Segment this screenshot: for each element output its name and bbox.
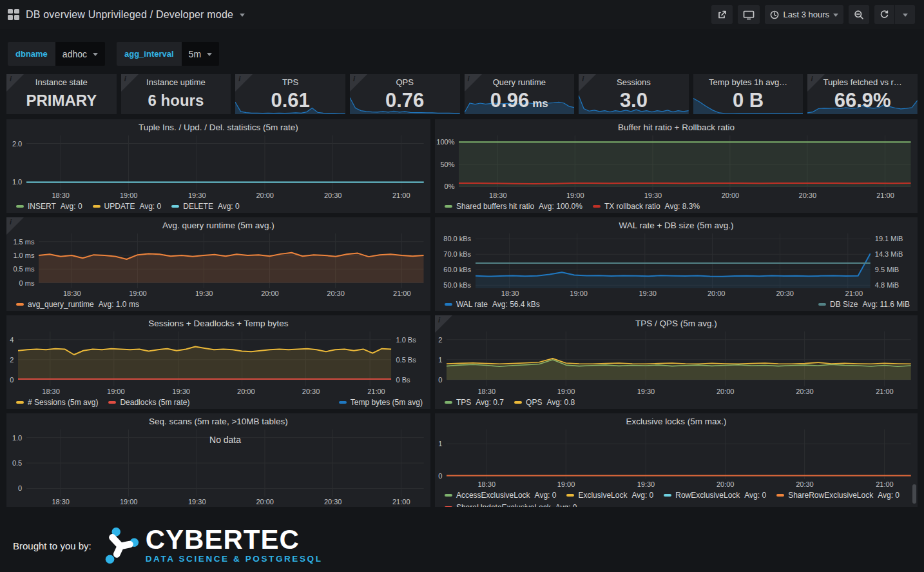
series-avg: Avg: 0.8 xyxy=(546,398,575,407)
series-name[interactable]: ExclusiveLock xyxy=(578,491,627,500)
chart-body: 4201.0 Bs0.5 Bs0 Bs xyxy=(6,331,430,386)
plot-svg xyxy=(447,331,911,386)
panel-title[interactable]: WAL rate + DB size (5m avg.) xyxy=(435,217,918,233)
plot-area[interactable] xyxy=(476,233,871,288)
series-name[interactable]: avg_query_runtime xyxy=(28,300,94,309)
panel-title[interactable]: Buffer hit ratio + Rollback ratio xyxy=(435,119,918,135)
plot-area[interactable] xyxy=(26,135,424,190)
series-name[interactable]: UPDATE xyxy=(104,202,135,211)
panel-info-icon[interactable]: i xyxy=(579,74,596,92)
x-axis-label: 19:00 xyxy=(120,498,138,506)
variable-agg-interval-select[interactable]: 5m xyxy=(182,42,219,66)
panel-info-icon[interactable]: i xyxy=(235,74,253,92)
series-name[interactable]: Deadlocks (5m rate) xyxy=(120,398,189,407)
plot-area[interactable] xyxy=(447,331,911,386)
legend-item: Temp bytes (5m avg) xyxy=(339,398,423,407)
x-axis-label: 19:00 xyxy=(107,388,125,395)
variable-dbname: dbname adhoc xyxy=(8,42,105,66)
panel-info-icon[interactable]: i xyxy=(435,315,452,333)
plot-area[interactable] xyxy=(447,429,911,479)
panel-info-icon[interactable]: i xyxy=(350,74,367,92)
panel-info-icon[interactable]: i xyxy=(465,74,482,92)
x-axis-label: 20:30 xyxy=(327,290,345,297)
legend-scrollbar[interactable] xyxy=(912,484,916,504)
series-name[interactable]: AccessExclusiveLock xyxy=(456,491,530,500)
panel-title[interactable]: Exclusive locks (5m max.) xyxy=(435,413,918,429)
y-axis-label: 1.5 ms xyxy=(13,238,34,246)
x-axis-label: 20:00 xyxy=(256,498,274,506)
x-axis-label: 19:00 xyxy=(557,480,575,488)
series-swatch xyxy=(818,303,826,306)
y-axis-label: 14.3 MiB xyxy=(875,250,903,258)
x-axis-label: 21:00 xyxy=(393,290,411,297)
series-name[interactable]: DELETE xyxy=(183,202,213,211)
series-name[interactable]: ShareUpdateExclusiveLock xyxy=(456,503,551,507)
panel-title[interactable]: Sessions + Deadlocks + Temp bytes xyxy=(6,315,430,331)
tv-monitor-icon xyxy=(743,10,755,20)
plot-area[interactable] xyxy=(18,331,391,386)
y-axis-label: 1 xyxy=(438,440,442,448)
share-button[interactable] xyxy=(711,5,733,24)
dashboard-title[interactable]: DB overview Unprivileged / Developer mod… xyxy=(26,9,233,21)
x-axis-label: 21:00 xyxy=(876,388,894,395)
series-name[interactable]: RowExclusiveLock xyxy=(675,491,740,500)
legend: Shared buffers hit ratioAvg: 100.0%TX ro… xyxy=(435,201,918,213)
panel-info-icon[interactable]: i xyxy=(121,74,139,92)
panel-info-icon[interactable]: i xyxy=(6,74,24,92)
cycle-view-button[interactable] xyxy=(738,5,760,24)
series-name[interactable]: TPS xyxy=(456,398,471,407)
zoom-out-button[interactable] xyxy=(849,5,869,24)
x-axis-label: 21:00 xyxy=(392,498,410,506)
chart-body: 100%50%0% xyxy=(435,135,918,190)
stat-value-number: PRIMARY xyxy=(26,92,97,110)
stat-title[interactable]: Temp bytes 1h avg… xyxy=(693,77,804,87)
series-name[interactable]: WAL rate xyxy=(456,300,488,309)
legend-row: Shared buffers hit ratioAvg: 100.0%TX ro… xyxy=(435,201,918,213)
series-name[interactable]: INSERT xyxy=(28,202,56,211)
panel-title[interactable]: TPS / QPS (5m avg.) xyxy=(435,315,918,331)
y-axis-label: 100% xyxy=(436,138,454,146)
x-axis-label: 19:00 xyxy=(570,290,588,297)
chart-body: 210 xyxy=(435,331,918,386)
y-axis-left: 420 xyxy=(6,331,18,386)
legend-row: avg_query_runtimeAvg: 1.0 ms xyxy=(6,299,430,311)
panel-info-icon[interactable]: i xyxy=(6,217,24,235)
panel-title[interactable]: Avg. query runtime (5m avg.) xyxy=(6,217,430,233)
series-name[interactable]: QPS xyxy=(526,398,542,407)
x-axis-label: 18:30 xyxy=(489,192,507,199)
x-axis-label: 18:30 xyxy=(477,480,496,488)
refresh-button[interactable] xyxy=(874,5,894,24)
panel-title[interactable]: Tuple Ins. / Upd. / Del. statistics (5m … xyxy=(6,119,430,135)
stat-value-unit: ms xyxy=(532,97,548,110)
clock-icon xyxy=(770,10,779,19)
panel-title[interactable]: Seq. scans (5m rate, >10MB tables) xyxy=(6,413,430,429)
x-axis-label: 18:30 xyxy=(52,498,70,506)
series-name[interactable]: TX rollback ratio xyxy=(604,202,660,211)
refresh-interval-dropdown[interactable] xyxy=(895,5,915,24)
series-name[interactable]: # Sessions (5m avg) xyxy=(28,398,98,407)
cybertec-wordmark: CYBERTEC DATA SCIENCE & POSTGRESQL xyxy=(146,528,323,564)
variable-dbname-select[interactable]: adhoc xyxy=(55,42,105,66)
dashboard-picker-icon[interactable] xyxy=(8,9,19,20)
chart-body: 2.01.0 xyxy=(6,135,430,190)
plot-area[interactable] xyxy=(459,135,911,190)
legend-item: RowExclusiveLockAvg: 0 xyxy=(664,491,766,500)
series-avg: Avg: 56.4 kBs xyxy=(492,300,540,309)
x-axis: 18:3019:0019:3020:0020:3021:00 xyxy=(26,497,424,507)
plot-area[interactable]: No data xyxy=(26,429,424,497)
navbar-right: Last 3 hours xyxy=(706,5,915,24)
graph-panel-sessions-deadlocks: Sessions + Deadlocks + Temp bytes4201.0 … xyxy=(6,315,430,409)
series-swatch xyxy=(16,205,24,208)
chart-body: 80.0 kBs70.0 kBs60.0 kBs50.0 kBs19.1 MiB… xyxy=(435,233,918,288)
plot-area[interactable] xyxy=(39,233,424,288)
series-name[interactable]: DB Size xyxy=(830,300,858,309)
panel-info-icon[interactable]: i xyxy=(807,74,825,92)
graph-panel-seq-scans: Seq. scans (5m rate, >10MB tables)1.00.5… xyxy=(6,413,430,507)
chevron-down-icon[interactable] xyxy=(240,14,245,19)
time-range-picker[interactable]: Last 3 hours xyxy=(765,5,843,24)
series-name[interactable]: Temp bytes (5m avg) xyxy=(351,398,423,407)
series-name[interactable]: ShareRowExclusiveLock xyxy=(788,491,873,500)
plot-svg xyxy=(447,429,911,479)
series-name[interactable]: Shared buffers hit ratio xyxy=(456,202,534,211)
series-swatch xyxy=(171,205,179,208)
